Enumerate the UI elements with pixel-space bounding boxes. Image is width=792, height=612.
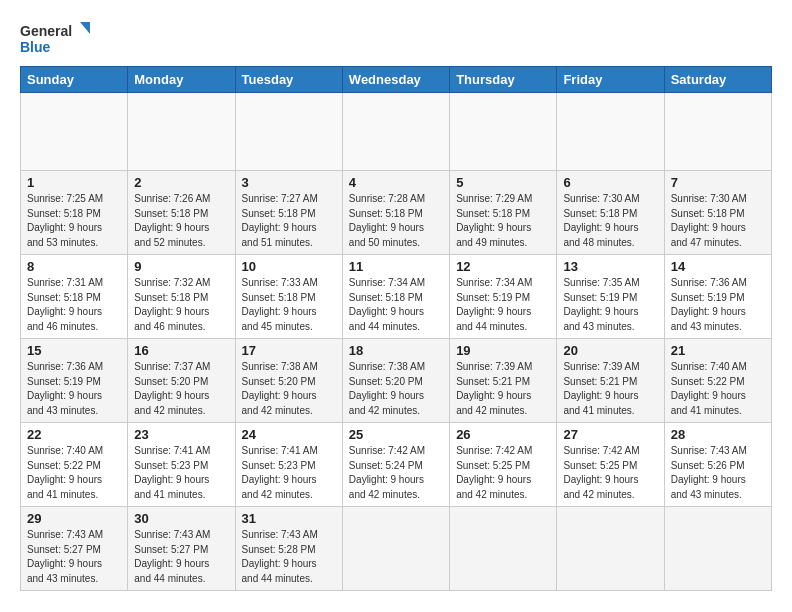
day-number: 15 <box>27 343 121 358</box>
day-number: 2 <box>134 175 228 190</box>
day-detail: Sunrise: 7:26 AM Sunset: 5:18 PM Dayligh… <box>134 192 228 250</box>
cal-cell: 7Sunrise: 7:30 AM Sunset: 5:18 PM Daylig… <box>664 171 771 255</box>
day-detail: Sunrise: 7:34 AM Sunset: 5:19 PM Dayligh… <box>456 276 550 334</box>
col-tuesday: Tuesday <box>235 67 342 93</box>
day-number: 8 <box>27 259 121 274</box>
day-detail: Sunrise: 7:28 AM Sunset: 5:18 PM Dayligh… <box>349 192 443 250</box>
cal-cell: 6Sunrise: 7:30 AM Sunset: 5:18 PM Daylig… <box>557 171 664 255</box>
day-number: 16 <box>134 343 228 358</box>
cal-cell: 4Sunrise: 7:28 AM Sunset: 5:18 PM Daylig… <box>342 171 449 255</box>
cal-cell: 25Sunrise: 7:42 AM Sunset: 5:24 PM Dayli… <box>342 423 449 507</box>
col-monday: Monday <box>128 67 235 93</box>
day-number: 23 <box>134 427 228 442</box>
header-row: SundayMondayTuesdayWednesdayThursdayFrid… <box>21 67 772 93</box>
cal-cell: 14Sunrise: 7:36 AM Sunset: 5:19 PM Dayli… <box>664 255 771 339</box>
cal-cell <box>342 93 449 171</box>
cal-cell: 21Sunrise: 7:40 AM Sunset: 5:22 PM Dayli… <box>664 339 771 423</box>
cal-cell: 26Sunrise: 7:42 AM Sunset: 5:25 PM Dayli… <box>450 423 557 507</box>
day-number: 7 <box>671 175 765 190</box>
cal-cell: 1Sunrise: 7:25 AM Sunset: 5:18 PM Daylig… <box>21 171 128 255</box>
cal-cell <box>21 93 128 171</box>
cal-cell: 23Sunrise: 7:41 AM Sunset: 5:23 PM Dayli… <box>128 423 235 507</box>
day-number: 21 <box>671 343 765 358</box>
week-row-2: 8Sunrise: 7:31 AM Sunset: 5:18 PM Daylig… <box>21 255 772 339</box>
day-number: 28 <box>671 427 765 442</box>
svg-text:Blue: Blue <box>20 39 51 55</box>
day-number: 14 <box>671 259 765 274</box>
cal-cell: 8Sunrise: 7:31 AM Sunset: 5:18 PM Daylig… <box>21 255 128 339</box>
cal-cell: 29Sunrise: 7:43 AM Sunset: 5:27 PM Dayli… <box>21 507 128 591</box>
cal-cell <box>235 93 342 171</box>
day-detail: Sunrise: 7:37 AM Sunset: 5:20 PM Dayligh… <box>134 360 228 418</box>
day-number: 27 <box>563 427 657 442</box>
day-number: 1 <box>27 175 121 190</box>
cal-cell: 3Sunrise: 7:27 AM Sunset: 5:18 PM Daylig… <box>235 171 342 255</box>
day-detail: Sunrise: 7:43 AM Sunset: 5:27 PM Dayligh… <box>27 528 121 586</box>
day-detail: Sunrise: 7:42 AM Sunset: 5:25 PM Dayligh… <box>563 444 657 502</box>
cal-cell: 10Sunrise: 7:33 AM Sunset: 5:18 PM Dayli… <box>235 255 342 339</box>
day-number: 5 <box>456 175 550 190</box>
day-detail: Sunrise: 7:36 AM Sunset: 5:19 PM Dayligh… <box>671 276 765 334</box>
day-detail: Sunrise: 7:41 AM Sunset: 5:23 PM Dayligh… <box>242 444 336 502</box>
page: General Blue SundayMondayTuesdayWednesda… <box>0 0 792 603</box>
day-number: 13 <box>563 259 657 274</box>
cal-cell <box>664 507 771 591</box>
week-row-4: 22Sunrise: 7:40 AM Sunset: 5:22 PM Dayli… <box>21 423 772 507</box>
logo: General Blue <box>20 20 90 58</box>
day-number: 11 <box>349 259 443 274</box>
day-number: 20 <box>563 343 657 358</box>
day-number: 4 <box>349 175 443 190</box>
cal-cell: 2Sunrise: 7:26 AM Sunset: 5:18 PM Daylig… <box>128 171 235 255</box>
day-number: 10 <box>242 259 336 274</box>
cal-cell: 11Sunrise: 7:34 AM Sunset: 5:18 PM Dayli… <box>342 255 449 339</box>
day-number: 31 <box>242 511 336 526</box>
svg-text:General: General <box>20 23 72 39</box>
day-detail: Sunrise: 7:29 AM Sunset: 5:18 PM Dayligh… <box>456 192 550 250</box>
cal-cell: 28Sunrise: 7:43 AM Sunset: 5:26 PM Dayli… <box>664 423 771 507</box>
day-detail: Sunrise: 7:35 AM Sunset: 5:19 PM Dayligh… <box>563 276 657 334</box>
day-detail: Sunrise: 7:34 AM Sunset: 5:18 PM Dayligh… <box>349 276 443 334</box>
week-row-0 <box>21 93 772 171</box>
cal-cell: 15Sunrise: 7:36 AM Sunset: 5:19 PM Dayli… <box>21 339 128 423</box>
cal-cell: 24Sunrise: 7:41 AM Sunset: 5:23 PM Dayli… <box>235 423 342 507</box>
cal-cell <box>450 93 557 171</box>
cal-cell: 16Sunrise: 7:37 AM Sunset: 5:20 PM Dayli… <box>128 339 235 423</box>
week-row-1: 1Sunrise: 7:25 AM Sunset: 5:18 PM Daylig… <box>21 171 772 255</box>
day-number: 12 <box>456 259 550 274</box>
col-sunday: Sunday <box>21 67 128 93</box>
day-number: 18 <box>349 343 443 358</box>
cal-cell: 31Sunrise: 7:43 AM Sunset: 5:28 PM Dayli… <box>235 507 342 591</box>
cal-cell: 9Sunrise: 7:32 AM Sunset: 5:18 PM Daylig… <box>128 255 235 339</box>
cal-cell: 20Sunrise: 7:39 AM Sunset: 5:21 PM Dayli… <box>557 339 664 423</box>
day-detail: Sunrise: 7:39 AM Sunset: 5:21 PM Dayligh… <box>563 360 657 418</box>
day-number: 25 <box>349 427 443 442</box>
calendar-table: SundayMondayTuesdayWednesdayThursdayFrid… <box>20 66 772 591</box>
logo-svg: General Blue <box>20 20 90 58</box>
day-detail: Sunrise: 7:30 AM Sunset: 5:18 PM Dayligh… <box>671 192 765 250</box>
day-number: 19 <box>456 343 550 358</box>
day-detail: Sunrise: 7:30 AM Sunset: 5:18 PM Dayligh… <box>563 192 657 250</box>
day-detail: Sunrise: 7:40 AM Sunset: 5:22 PM Dayligh… <box>27 444 121 502</box>
day-detail: Sunrise: 7:38 AM Sunset: 5:20 PM Dayligh… <box>349 360 443 418</box>
cal-cell <box>557 507 664 591</box>
week-row-5: 29Sunrise: 7:43 AM Sunset: 5:27 PM Dayli… <box>21 507 772 591</box>
cal-cell: 18Sunrise: 7:38 AM Sunset: 5:20 PM Dayli… <box>342 339 449 423</box>
cal-cell: 19Sunrise: 7:39 AM Sunset: 5:21 PM Dayli… <box>450 339 557 423</box>
day-detail: Sunrise: 7:39 AM Sunset: 5:21 PM Dayligh… <box>456 360 550 418</box>
cal-cell <box>557 93 664 171</box>
cal-cell: 30Sunrise: 7:43 AM Sunset: 5:27 PM Dayli… <box>128 507 235 591</box>
day-detail: Sunrise: 7:42 AM Sunset: 5:24 PM Dayligh… <box>349 444 443 502</box>
col-friday: Friday <box>557 67 664 93</box>
day-detail: Sunrise: 7:27 AM Sunset: 5:18 PM Dayligh… <box>242 192 336 250</box>
day-number: 26 <box>456 427 550 442</box>
cal-cell: 27Sunrise: 7:42 AM Sunset: 5:25 PM Dayli… <box>557 423 664 507</box>
cal-cell <box>342 507 449 591</box>
header: General Blue <box>20 16 772 58</box>
cal-cell: 5Sunrise: 7:29 AM Sunset: 5:18 PM Daylig… <box>450 171 557 255</box>
cal-cell <box>664 93 771 171</box>
day-number: 9 <box>134 259 228 274</box>
cal-cell <box>128 93 235 171</box>
day-detail: Sunrise: 7:31 AM Sunset: 5:18 PM Dayligh… <box>27 276 121 334</box>
day-detail: Sunrise: 7:42 AM Sunset: 5:25 PM Dayligh… <box>456 444 550 502</box>
day-detail: Sunrise: 7:33 AM Sunset: 5:18 PM Dayligh… <box>242 276 336 334</box>
